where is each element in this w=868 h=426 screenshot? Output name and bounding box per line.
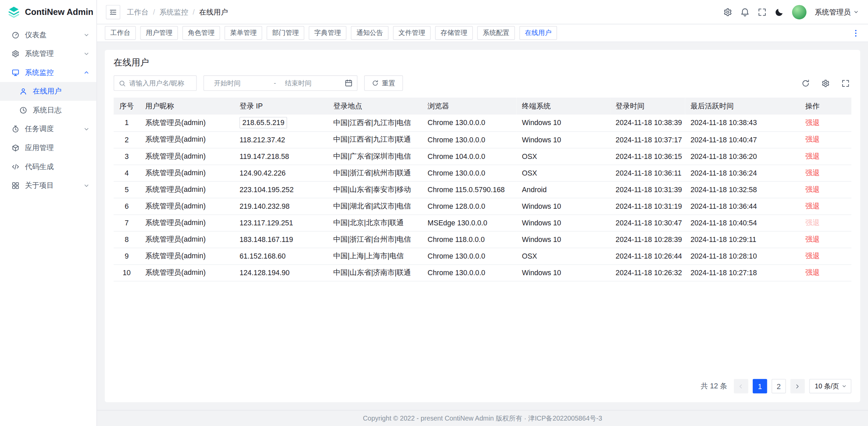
force-logout-link[interactable]: 强退 (805, 135, 820, 144)
cell-no: 7 (114, 215, 140, 231)
refresh-button[interactable] (799, 77, 811, 89)
sidebar-collapse-button[interactable] (106, 5, 120, 19)
column-header: 用户昵称 (140, 98, 234, 115)
cell-no: 8 (114, 231, 140, 248)
tab-item[interactable]: 通知公告 (351, 26, 389, 40)
table-row: 6系统管理员(admin)219.140.232.98中国|湖北省|武汉市|电信… (114, 198, 851, 215)
cell-login-time: 2024-11-18 10:26:44 (610, 248, 685, 264)
force-logout-link[interactable]: 强退 (805, 185, 820, 194)
sidebar-item-about-project[interactable]: 关于项目 (0, 176, 96, 195)
tab-item[interactable]: 角色管理 (182, 26, 220, 40)
search-input[interactable] (129, 79, 192, 87)
chevron-down-icon (853, 9, 859, 15)
prev-page-button[interactable] (734, 379, 748, 393)
chevron-up-icon (83, 69, 90, 76)
cell-login-time: 2024-11-18 10:36:11 (610, 165, 685, 181)
force-logout-link[interactable]: 强退 (805, 235, 820, 243)
footer: Copyright © 2022 - present ContiNew Admi… (97, 410, 868, 426)
page-button[interactable]: 2 (772, 379, 786, 393)
cell-os: Windows 10 (516, 198, 610, 215)
sidebar-item-app-management[interactable]: 应用管理 (0, 139, 96, 158)
schedule-icon (12, 125, 19, 133)
cell-location: 中国|江西省|九江市|电信 (328, 115, 422, 131)
breadcrumb: 工作台 / 系统监控 / 在线用户 (127, 7, 228, 17)
cell-no: 5 (114, 181, 140, 198)
expand-button[interactable] (839, 77, 851, 89)
logo-icon (7, 5, 20, 19)
sidebar-item-system-management[interactable]: 系统管理 (0, 44, 96, 63)
tab-item[interactable]: 部门管理 (267, 26, 304, 40)
breadcrumb-separator: / (193, 8, 195, 16)
force-logout-link[interactable]: 强退 (805, 202, 820, 210)
tabbar: 工作台用户管理角色管理菜单管理部门管理字典管理通知公告文件管理存储管理系统配置在… (97, 24, 868, 42)
next-page-button[interactable] (790, 379, 805, 393)
avatar[interactable] (792, 5, 807, 19)
cell-nickname: 系统管理员(admin) (140, 131, 234, 148)
sidebar-item-online-users[interactable]: 在线用户 (0, 82, 96, 101)
cell-last-active: 2024-11-18 10:36:20 (685, 148, 800, 164)
cell-browser: Chrome 118.0.0.0 (422, 231, 516, 248)
online-users-table: 序号用户昵称登录 IP登录地点浏览器终端系统登录时间最后活跃时间操作 1系统管理… (114, 98, 851, 281)
table-header-row: 序号用户昵称登录 IP登录地点浏览器终端系统登录时间最后活跃时间操作 (114, 98, 851, 115)
cell-no: 10 (114, 264, 140, 281)
menu-fold-icon (109, 8, 117, 16)
cell-last-active: 2024-11-18 10:29:11 (685, 231, 800, 248)
bell-icon[interactable] (741, 7, 749, 16)
cell-login-time: 2024-11-18 10:26:32 (610, 264, 685, 281)
tab-item[interactable]: 在线用户 (519, 26, 557, 40)
search-icon (119, 80, 126, 87)
sidebar-item-task-schedule[interactable]: 任务调度 (0, 120, 96, 139)
fullscreen-icon[interactable] (758, 7, 767, 16)
force-logout-link[interactable]: 强退 (805, 152, 820, 160)
content-area: 在线用户 开始时间 - 结束时间 (97, 42, 868, 410)
cell-action: 强退 (800, 115, 851, 131)
force-logout-link[interactable]: 强退 (805, 251, 820, 260)
sidebar-item-dashboard[interactable]: 仪表盘 (0, 25, 96, 44)
cell-no: 3 (114, 148, 140, 164)
date-start-placeholder: 开始时间 (209, 78, 274, 88)
tab-item[interactable]: 存储管理 (435, 26, 473, 40)
cell-browser: MSEdge 130.0.0.0 (422, 215, 516, 231)
gear-icon[interactable] (723, 7, 732, 16)
app-title: ContiNew Admin (25, 7, 94, 17)
cell-last-active: 2024-11-18 10:36:44 (685, 198, 800, 215)
page-size-select[interactable]: 10 条/页 (809, 379, 851, 393)
force-logout-link[interactable]: 强退 (805, 218, 820, 227)
cell-nickname: 系统管理员(admin) (140, 198, 234, 215)
force-logout-link[interactable]: 强退 (805, 268, 820, 277)
settings-icon (12, 50, 19, 58)
sidebar-item-system-monitor[interactable]: 系统监控 (0, 63, 96, 82)
breadcrumb-item[interactable]: 工作台 (127, 7, 149, 17)
tab-item[interactable]: 用户管理 (140, 26, 178, 40)
column-settings-button[interactable] (819, 77, 831, 89)
tab-item[interactable]: 字典管理 (309, 26, 347, 40)
more-vertical-icon[interactable] (851, 28, 860, 37)
force-logout-link[interactable]: 强退 (805, 118, 820, 127)
dashboard-icon (12, 31, 19, 39)
sidebar-item-code-generation[interactable]: 代码生成 (0, 157, 96, 176)
refresh-icon (801, 79, 810, 87)
about-icon (12, 182, 19, 189)
cell-os: OSX (516, 165, 610, 181)
page-button[interactable]: 1 (753, 379, 767, 393)
tab-item[interactable]: 文件管理 (393, 26, 431, 40)
moon-icon[interactable] (775, 7, 784, 16)
sidebar-item-system-logs[interactable]: 系统日志 (0, 101, 96, 120)
force-logout-link[interactable]: 强退 (805, 168, 820, 177)
cell-ip: 183.148.167.119 (234, 231, 328, 248)
tab-item[interactable]: 工作台 (105, 26, 136, 40)
reset-button[interactable]: 重置 (364, 75, 403, 91)
user-menu[interactable]: 系统管理员 (815, 7, 859, 17)
cell-browser: Chrome 104.0.0.0 (422, 148, 516, 164)
cell-last-active: 2024-11-18 10:40:47 (685, 131, 800, 148)
tab-item[interactable]: 系统配置 (477, 26, 515, 40)
breadcrumb-item[interactable]: 系统监控 (159, 7, 188, 17)
app-icon (12, 144, 19, 152)
date-range-picker[interactable]: 开始时间 - 结束时间 (203, 75, 357, 91)
cell-nickname: 系统管理员(admin) (140, 215, 234, 231)
cell-ip: 119.147.218.58 (234, 148, 328, 164)
table-row: 9系统管理员(admin)61.152.168.60中国|上海|上海市|电信Ch… (114, 248, 851, 264)
cell-login-time: 2024-11-18 10:30:47 (610, 215, 685, 231)
code-icon (12, 163, 19, 171)
tab-item[interactable]: 菜单管理 (224, 26, 262, 40)
